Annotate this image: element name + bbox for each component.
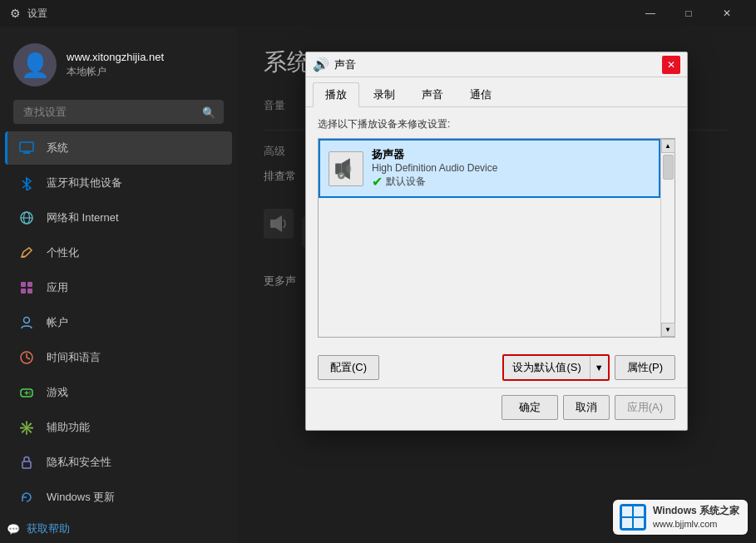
svg-rect-21 [22, 462, 31, 468]
main-content: 👤 www.xitongzhijia.net 本地帐户 🔍 [0, 27, 756, 543]
username: www.xitongzhijia.net [67, 51, 224, 63]
svg-point-19 [29, 392, 31, 393]
svg-rect-33 [634, 518, 644, 528]
help-icon: 💬 [7, 523, 20, 536]
sidebar-item-privacy[interactable]: 隐私和安全性 [5, 446, 232, 479]
sidebar-item-updates[interactable]: Windows 更新 [5, 481, 232, 514]
tab-playback[interactable]: 播放 [313, 82, 359, 107]
svg-point-12 [24, 318, 30, 323]
minimize-button[interactable]: — [631, 0, 670, 27]
scroll-thumb[interactable] [663, 155, 674, 180]
tab-recording[interactable]: 录制 [361, 82, 408, 106]
gaming-icon [18, 384, 35, 401]
device-list: 扬声器 High Definition Audio Device ✔ 默认设备 [319, 139, 660, 337]
accessibility-icon: ✳️ [18, 419, 35, 436]
watermark-texts: Windows 系统之家 www.bjjmlv.com [653, 504, 739, 531]
time-label: 时间和语言 [47, 350, 101, 365]
svg-rect-11 [27, 289, 32, 294]
sidebar-item-network[interactable]: 网络和 Internet [5, 201, 232, 234]
watermark-line1: Windows 系统之家 [653, 504, 739, 518]
device-list-container: 扬声器 High Definition Audio Device ✔ 默认设备 [318, 138, 675, 338]
watermark-line2: www.bjjmlv.com [653, 518, 739, 531]
sidebar-item-apps[interactable]: 应用 [5, 271, 232, 304]
set-default-dropdown[interactable]: ▼ [590, 356, 608, 379]
dialog-title-bar: 🔊 声音 ✕ [306, 52, 687, 77]
search-icon: 🔍 [202, 106, 215, 118]
search-box: 🔍 [13, 100, 224, 124]
maximize-button[interactable]: □ [670, 0, 708, 27]
system-icon [18, 140, 35, 156]
svg-rect-9 [27, 282, 32, 287]
dialog-overlay: 🔊 声音 ✕ 播放 录制 声音 通信 选择以下播放设备来修改设置: [237, 27, 756, 543]
sidebar-item-time[interactable]: 时间和语言 [5, 341, 232, 374]
bluetooth-label: 蓝牙和其他设备 [47, 175, 122, 190]
svg-rect-32 [622, 518, 632, 528]
personalize-label: 个性化 [47, 245, 79, 260]
user-info: www.xitongzhijia.net 本地帐户 [67, 51, 224, 79]
properties-button[interactable]: 属性(P) [615, 355, 675, 380]
tab-sounds[interactable]: 声音 [409, 82, 456, 106]
apps-label: 应用 [47, 280, 68, 295]
cancel-button[interactable]: 取消 [563, 395, 610, 420]
privacy-icon [18, 454, 35, 471]
status-check-icon: ✔ [372, 174, 383, 190]
watermark-logo [620, 504, 646, 531]
close-button[interactable]: ✕ [708, 0, 746, 27]
device-info: 扬声器 High Definition Audio Device ✔ 默认设备 [372, 147, 650, 190]
search-input[interactable] [13, 100, 224, 124]
scroll-down-arrow[interactable]: ▼ [661, 323, 675, 337]
sidebar-item-bluetooth[interactable]: 蓝牙和其他设备 [5, 166, 232, 200]
account-type: 本地帐户 [67, 65, 224, 79]
watermark: Windows 系统之家 www.bjjmlv.com [613, 500, 748, 535]
set-default-wrap: 设为默认值(S) ▼ [502, 354, 609, 381]
user-profile[interactable]: 👤 www.xitongzhijia.net 本地帐户 [0, 33, 237, 100]
sidebar: 👤 www.xitongzhijia.net 本地帐户 🔍 [0, 27, 237, 543]
network-icon [18, 210, 35, 226]
sidebar-item-accounts[interactable]: 帐户 [5, 306, 232, 339]
settings-window: ⚙ 设置 — □ ✕ 👤 www.xitongzhijia.net 本地帐户 [0, 0, 756, 543]
device-item-speaker[interactable]: 扬声器 High Definition Audio Device ✔ 默认设备 [319, 139, 660, 198]
gaming-label: 游戏 [47, 385, 68, 400]
dialog-buttons-row: 配置(C) 设为默认值(S) ▼ 属性(P) [306, 348, 687, 388]
dialog-title-text: 声音 [334, 57, 662, 72]
sidebar-item-accessibility[interactable]: ✳️ 辅助功能 [5, 411, 232, 444]
help-text: 获取帮助 [27, 521, 70, 536]
accounts-icon [18, 314, 35, 331]
help-link[interactable]: 💬 获取帮助 [0, 515, 237, 543]
svg-point-20 [29, 393, 31, 395]
apps-icon [18, 279, 35, 296]
dialog-tabs: 播放 录制 声音 通信 [306, 77, 687, 107]
accounts-label: 帐户 [47, 315, 68, 330]
svg-point-26 [346, 165, 351, 173]
personalize-icon [18, 244, 35, 261]
system-label: 系统 [47, 141, 68, 155]
configure-button[interactable]: 配置(C) [318, 355, 379, 380]
title-bar-text: 设置 [27, 7, 631, 21]
dialog-close-button[interactable]: ✕ [662, 56, 680, 74]
sound-dialog: 🔊 声音 ✕ 播放 录制 声音 通信 选择以下播放设备来修改设置: [305, 52, 688, 431]
sidebar-item-system[interactable]: 系统 [5, 131, 232, 165]
bluetooth-icon [18, 175, 35, 191]
dialog-instruction: 选择以下播放设备来修改设置: [318, 117, 675, 131]
ok-button[interactable]: 确定 [502, 395, 558, 420]
avatar-icon: 👤 [21, 52, 50, 79]
scroll-track [661, 153, 674, 323]
set-default-button[interactable]: 设为默认值(S) [504, 356, 589, 379]
svg-rect-10 [21, 289, 26, 294]
sidebar-item-personalize[interactable]: 个性化 [5, 236, 232, 269]
accessibility-label: 辅助功能 [47, 420, 90, 435]
tab-communications[interactable]: 通信 [457, 82, 504, 106]
title-bar: ⚙ 设置 — □ ✕ [0, 0, 756, 27]
title-bar-controls: — □ ✕ [631, 0, 746, 27]
svg-rect-30 [622, 506, 632, 516]
avatar: 👤 [13, 43, 57, 86]
scrollbar[interactable]: ▲ ▼ [660, 139, 674, 337]
svg-rect-8 [21, 282, 26, 287]
dialog-body: 选择以下播放设备来修改设置: [306, 107, 687, 348]
scroll-up-arrow[interactable]: ▲ [661, 139, 675, 153]
svg-rect-31 [634, 506, 644, 516]
apply-button[interactable]: 应用(A) [615, 395, 675, 420]
device-icon [329, 151, 363, 186]
update-icon [18, 489, 35, 506]
sidebar-item-gaming[interactable]: 游戏 [5, 376, 232, 409]
